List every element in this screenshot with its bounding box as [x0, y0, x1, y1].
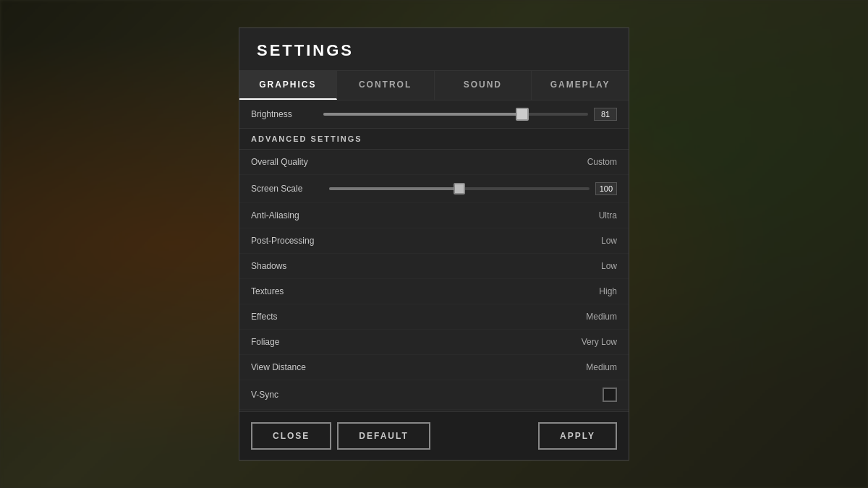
screen-scale-label: Screen Scale — [251, 184, 323, 194]
v-sync-checkbox[interactable] — [603, 388, 617, 402]
foliage-value[interactable]: Very Low — [582, 337, 617, 347]
tab-gameplay[interactable]: GAMEPLAY — [532, 71, 629, 100]
tab-graphics[interactable]: GRAPHICS — [239, 71, 337, 100]
effects-value[interactable]: Medium — [586, 312, 617, 322]
overall-quality-label: Overall Quality — [251, 157, 587, 167]
brightness-row: Brightness 81 — [239, 100, 629, 129]
settings-scroll[interactable]: Brightness 81 ADVANCED SETTINGS Overall … — [239, 100, 629, 411]
shadows-label: Shadows — [251, 261, 601, 271]
settings-header: SETTINGS — [239, 28, 629, 71]
footer-row: CLOSE DEFAULT APPLY — [239, 411, 629, 460]
effects-row: Effects Medium — [239, 304, 629, 330]
overall-quality-row: Overall Quality Custom — [239, 150, 629, 175]
screen-scale-thumb[interactable] — [454, 183, 465, 194]
settings-body: Brightness 81 ADVANCED SETTINGS Overall … — [239, 100, 629, 411]
effects-label: Effects — [251, 312, 586, 322]
settings-panel: SETTINGS GRAPHICS CONTROL SOUND GAMEPLAY… — [239, 27, 629, 461]
textures-row: Textures High — [239, 279, 629, 304]
anti-aliasing-value[interactable]: Ultra — [599, 210, 617, 221]
settings-title: SETTINGS — [257, 41, 354, 59]
close-button[interactable]: CLOSE — [251, 422, 331, 450]
screen-scale-fill — [329, 187, 459, 190]
brightness-value: 81 — [594, 108, 617, 121]
footer-spacer — [436, 422, 532, 450]
v-sync-label: V-Sync — [251, 390, 603, 400]
post-processing-value[interactable]: Low — [601, 236, 617, 246]
view-distance-row: View Distance Medium — [239, 355, 629, 380]
post-processing-row: Post-Processing Low — [239, 228, 629, 254]
tabs-row: GRAPHICS CONTROL SOUND GAMEPLAY — [239, 71, 629, 100]
view-distance-label: View Distance — [251, 362, 586, 372]
textures-label: Textures — [251, 286, 599, 296]
brightness-slider-thumb[interactable] — [516, 108, 529, 121]
v-sync-row: V-Sync — [239, 380, 629, 410]
default-button[interactable]: DEFAULT — [337, 422, 430, 450]
screen-scale-row: Screen Scale 100 — [239, 175, 629, 203]
apply-button[interactable]: APPLY — [538, 422, 617, 450]
motion-blur-row: Motion Blur — [239, 410, 629, 411]
anti-aliasing-row: Anti-Aliasing Ultra — [239, 203, 629, 228]
textures-value[interactable]: High — [599, 286, 617, 296]
screen-scale-track[interactable] — [329, 187, 590, 190]
modal-overlay: SETTINGS GRAPHICS CONTROL SOUND GAMEPLAY… — [0, 0, 868, 488]
foliage-label: Foliage — [251, 337, 582, 347]
anti-aliasing-label: Anti-Aliasing — [251, 210, 599, 221]
overall-quality-value[interactable]: Custom — [587, 157, 617, 167]
brightness-slider-fill — [323, 113, 522, 116]
brightness-label: Brightness — [251, 109, 323, 119]
brightness-slider-track[interactable] — [323, 113, 588, 116]
screen-scale-value: 100 — [595, 182, 617, 195]
shadows-row: Shadows Low — [239, 254, 629, 279]
advanced-settings-header: ADVANCED SETTINGS — [239, 129, 629, 150]
shadows-value[interactable]: Low — [601, 261, 617, 271]
foliage-row: Foliage Very Low — [239, 330, 629, 355]
tab-sound[interactable]: SOUND — [435, 71, 532, 100]
tab-control[interactable]: CONTROL — [337, 71, 435, 100]
post-processing-label: Post-Processing — [251, 236, 601, 246]
view-distance-value[interactable]: Medium — [586, 362, 617, 372]
brightness-slider-container: 81 — [323, 108, 617, 121]
